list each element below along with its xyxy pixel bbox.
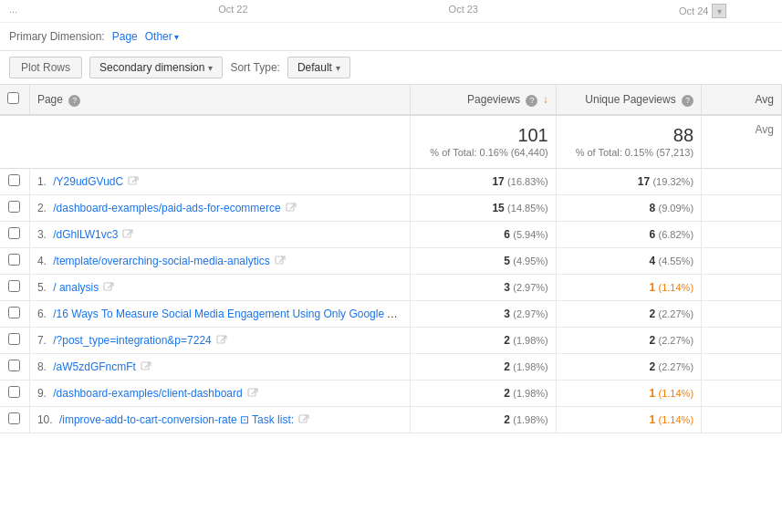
unique-help-icon[interactable]: ? bbox=[682, 95, 693, 107]
avg-cell-3 bbox=[702, 222, 782, 248]
page-cell-6: 6. /16 Ways To Measure Social Media Enga… bbox=[29, 301, 411, 328]
external-link-icon-2[interactable] bbox=[285, 202, 297, 214]
page-link-4[interactable]: /template/overarching-social-media-analy… bbox=[53, 255, 269, 267]
top-date-bar: ... Oct 22 Oct 23 Oct 24 ▾ bbox=[0, 0, 782, 23]
page-link-1[interactable]: /Y29udGVudC bbox=[53, 175, 123, 188]
upv-val-1: 17 bbox=[638, 175, 650, 188]
row-num-5: 5. bbox=[37, 281, 49, 294]
page-help-icon[interactable]: ? bbox=[68, 95, 80, 107]
unique-pageviews-cell-8: 2 (2.27%) bbox=[556, 354, 701, 381]
table-row: 8. /aW5zdGFncmFt2 (1.98%)2 (2.27%) bbox=[0, 354, 782, 381]
table-row: 1. /Y29udGVudC17 (16.83%)17 (19.32%) bbox=[0, 169, 782, 195]
avg-cell-1 bbox=[702, 169, 782, 195]
pv-val-9: 2 bbox=[504, 387, 510, 400]
totals-empty bbox=[0, 115, 411, 169]
external-link-icon-5[interactable] bbox=[102, 281, 115, 294]
unique-pageviews-cell-3: 6 (6.82%) bbox=[556, 222, 701, 248]
row-checkbox-7 bbox=[0, 328, 29, 354]
avg-cell-2 bbox=[702, 195, 782, 222]
pv-val-10: 2 bbox=[504, 413, 510, 426]
external-link-icon-8[interactable] bbox=[140, 360, 152, 373]
select-all-checkbox[interactable] bbox=[7, 92, 19, 104]
page-link-7[interactable]: /?post_type=integration&p=7224 bbox=[53, 334, 211, 347]
page-link-3[interactable]: /dGhlLW1vc3 bbox=[53, 228, 118, 241]
dropdown-icon[interactable]: ▾ bbox=[712, 4, 726, 18]
page-link-10[interactable]: /improve-add-to-cart-conversion-rate ⊡ T… bbox=[59, 413, 294, 426]
checkbox-4[interactable] bbox=[8, 254, 20, 266]
checkbox-1[interactable] bbox=[8, 174, 20, 186]
external-link-icon-4[interactable] bbox=[274, 255, 287, 267]
oct24-label: Oct 24 ▾ bbox=[679, 4, 726, 18]
external-link-icon-10[interactable] bbox=[297, 413, 310, 426]
avg-cell-9 bbox=[702, 381, 782, 407]
table-row: 2. /dashboard-examples/paid-ads-for-ecom… bbox=[0, 195, 782, 222]
upv-val-8: 2 bbox=[650, 360, 656, 373]
external-link-icon-1[interactable] bbox=[127, 175, 140, 188]
checkbox-10[interactable] bbox=[8, 412, 20, 424]
checkbox-9[interactable] bbox=[8, 386, 20, 398]
checkbox-5[interactable] bbox=[8, 280, 20, 292]
table-row: 4. /template/overarching-social-media-an… bbox=[0, 248, 782, 275]
sort-default-button[interactable]: Default bbox=[287, 57, 350, 78]
external-link-icon-7[interactable] bbox=[215, 334, 228, 347]
checkbox-6[interactable] bbox=[8, 307, 20, 318]
upv-pct-5: (1.14%) bbox=[659, 282, 694, 293]
pageviews-cell-2: 15 (14.85%) bbox=[411, 195, 556, 222]
other-dimension-btn[interactable]: Other bbox=[145, 30, 179, 43]
unique-pageviews-cell-2: 8 (9.09%) bbox=[556, 195, 701, 222]
external-link-icon-9[interactable] bbox=[246, 387, 259, 400]
upv-pct-4: (4.55%) bbox=[659, 256, 694, 266]
checkbox-7[interactable] bbox=[8, 333, 20, 345]
table-row: 9. /dashboard-examples/client-dashboard2… bbox=[0, 381, 782, 407]
page-cell-4: 4. /template/overarching-social-media-an… bbox=[29, 248, 411, 275]
upv-pct-8: (2.27%) bbox=[659, 361, 694, 372]
page-link-8[interactable]: /aW5zdGFncmFt bbox=[53, 360, 136, 373]
page-cell-1: 1. /Y29udGVudC bbox=[29, 169, 411, 195]
header-avg: Avg bbox=[702, 85, 782, 115]
header-checkbox[interactable] bbox=[0, 85, 29, 115]
pageviews-help-icon[interactable]: ? bbox=[526, 95, 537, 107]
pv-val-6: 3 bbox=[504, 308, 510, 320]
row-checkbox-5 bbox=[0, 275, 29, 301]
upv-val-10: 1 bbox=[650, 413, 656, 426]
pv-pct-3: (5.94%) bbox=[513, 229, 548, 240]
row-num-4: 4. bbox=[37, 255, 49, 267]
pageviews-cell-7: 2 (1.98%) bbox=[411, 328, 556, 354]
avg-cell-5 bbox=[702, 275, 782, 301]
page-link-5[interactable]: / analysis bbox=[53, 281, 99, 294]
checkbox-8[interactable] bbox=[8, 360, 20, 371]
pv-val-2: 15 bbox=[492, 202, 504, 214]
secondary-dimension-button[interactable]: Secondary dimension bbox=[89, 57, 223, 78]
pv-val-5: 3 bbox=[504, 281, 510, 294]
row-checkbox-10 bbox=[0, 407, 29, 433]
checkbox-3[interactable] bbox=[8, 227, 20, 239]
pv-val-4: 5 bbox=[504, 255, 510, 267]
row-checkbox-1 bbox=[0, 169, 29, 195]
pv-pct-5: (2.97%) bbox=[513, 282, 548, 293]
page-link-9[interactable]: /dashboard-examples/client-dashboard bbox=[53, 387, 242, 400]
external-link-icon-3[interactable] bbox=[121, 228, 134, 241]
page-link-2[interactable]: /dashboard-examples/paid-ads-for-ecommer… bbox=[53, 202, 280, 214]
checkbox-2[interactable] bbox=[8, 201, 20, 213]
svg-line-9 bbox=[108, 283, 113, 288]
row-checkbox-6 bbox=[0, 301, 29, 328]
pageviews-cell-1: 17 (16.83%) bbox=[411, 169, 556, 195]
table-row: 10. /improve-add-to-cart-conversion-rate… bbox=[0, 407, 782, 433]
unique-pageviews-cell-5: 1 (1.14%) bbox=[556, 275, 701, 301]
svg-line-1 bbox=[132, 177, 138, 183]
row-num-9: 9. bbox=[37, 387, 49, 400]
plot-rows-button[interactable]: Plot Rows bbox=[9, 57, 82, 78]
svg-line-17 bbox=[252, 389, 257, 394]
svg-line-3 bbox=[290, 203, 296, 209]
row-checkbox-2 bbox=[0, 195, 29, 222]
page-dimension-link[interactable]: Page bbox=[112, 30, 138, 43]
upv-val-7: 2 bbox=[650, 334, 656, 347]
page-link-6[interactable]: /16 Ways To Measure Social Media Engagem… bbox=[53, 308, 411, 320]
unique-pageviews-cell-10: 1 (1.14%) bbox=[556, 407, 701, 433]
unique-pageviews-cell-9: 1 (1.14%) bbox=[556, 381, 701, 407]
page-cell-8: 8. /aW5zdGFncmFt bbox=[29, 354, 411, 381]
upv-val-6: 2 bbox=[650, 308, 656, 320]
row-checkbox-4 bbox=[0, 248, 29, 275]
upv-pct-2: (9.09%) bbox=[659, 203, 694, 214]
pv-val-7: 2 bbox=[504, 334, 510, 347]
